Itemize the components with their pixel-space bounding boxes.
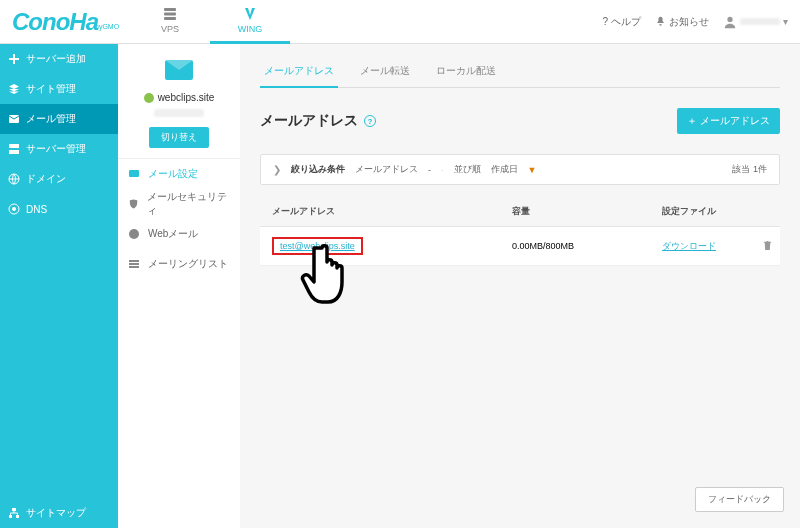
- subnav-label: メールセキュリティ: [147, 190, 230, 218]
- sidebar-label: ドメイン: [26, 172, 66, 186]
- main-content: メールアドレス メール転送 ローカル配送 メールアドレス ? ＋ メールアドレス…: [240, 44, 800, 528]
- page-title-text: メールアドレス: [260, 112, 358, 130]
- svg-rect-5: [9, 144, 19, 148]
- sidebar-item-domain[interactable]: ドメイン: [0, 164, 118, 194]
- chevron-down-icon: ▾: [783, 16, 788, 27]
- globe-icon: [8, 173, 20, 185]
- svg-rect-1: [164, 13, 176, 16]
- user-blur: [740, 18, 780, 25]
- sidebar-label: サイト管理: [26, 82, 76, 96]
- tab-mail-address[interactable]: メールアドレス: [260, 56, 338, 88]
- feedback-button[interactable]: フィードバック: [695, 487, 784, 512]
- wing-icon: [242, 6, 258, 22]
- sidebar-item-dns[interactable]: DNS: [0, 194, 118, 224]
- tab-local-delivery[interactable]: ローカル配送: [432, 56, 500, 87]
- table-row: test@webclips.site 0.00MB/800MB ダウンロード: [260, 227, 780, 266]
- add-mail-address-button[interactable]: ＋ メールアドレス: [677, 108, 780, 134]
- help-link[interactable]: ? ヘルプ: [602, 15, 641, 29]
- download-link[interactable]: ダウンロード: [662, 241, 716, 251]
- svg-point-9: [12, 207, 16, 211]
- tab-label: WING: [238, 24, 263, 34]
- list-icon: [128, 258, 140, 270]
- user-menu[interactable]: ▾: [723, 15, 788, 29]
- col-capacity: 容量: [512, 205, 662, 218]
- svg-rect-17: [129, 266, 139, 268]
- result-count: 該当 1件: [732, 163, 767, 176]
- tab-label: VPS: [161, 24, 179, 34]
- subnav-webmail[interactable]: Webメール: [118, 219, 240, 249]
- svg-point-14: [129, 229, 139, 239]
- subnav-mail-settings[interactable]: メール設定: [118, 159, 240, 189]
- sidebar-label: サーバー管理: [26, 142, 86, 156]
- sidebar-item-add-server[interactable]: サーバー追加: [0, 44, 118, 74]
- logo[interactable]: ConoHa byGMO: [0, 0, 118, 44]
- tab-wing[interactable]: WING: [210, 0, 290, 44]
- subnav-label: Webメール: [148, 227, 198, 241]
- sort-direction-icon[interactable]: ▼: [528, 165, 537, 175]
- question-icon: ?: [602, 16, 608, 27]
- content-tabs: メールアドレス メール転送 ローカル配送: [260, 56, 780, 88]
- notice-link[interactable]: お知らせ: [655, 15, 709, 29]
- sidebar-item-site[interactable]: サイト管理: [0, 74, 118, 104]
- tab-vps[interactable]: VPS: [130, 0, 210, 44]
- subnav-mailing-list[interactable]: メーリングリスト: [118, 249, 240, 279]
- header-right: ? ヘルプ お知らせ ▾: [602, 15, 788, 29]
- site-name-text: webclips.site: [158, 92, 215, 103]
- svg-rect-11: [9, 515, 12, 518]
- sidebar-label: メール管理: [26, 112, 76, 126]
- sidebar-label: サーバー追加: [26, 52, 86, 66]
- filter-bar[interactable]: ❯ 絞り込み条件 メールアドレス - · 並び順 作成日 ▼ 該当 1件: [260, 154, 780, 185]
- server-stack-icon: [162, 6, 178, 22]
- filter-sort-value: 作成日: [491, 163, 518, 176]
- top-header: ConoHa byGMO VPS WING ? ヘルプ お知らせ ▾: [0, 0, 800, 44]
- svg-rect-6: [9, 150, 19, 154]
- chevron-right-icon: ❯: [273, 164, 281, 175]
- status-dot-icon: [144, 93, 154, 103]
- svg-rect-15: [129, 260, 139, 262]
- sidebar-item-sitemap[interactable]: サイトマップ: [0, 498, 118, 528]
- filter-title: 絞り込み条件: [291, 163, 345, 176]
- shield-icon: [128, 198, 139, 210]
- sidebar-item-server[interactable]: サーバー管理: [0, 134, 118, 164]
- mail-address-link[interactable]: test@webclips.site: [280, 241, 355, 251]
- product-tabs: VPS WING: [130, 0, 290, 44]
- logo-text: ConoHa: [12, 8, 98, 36]
- page-title-row: メールアドレス ? ＋ メールアドレス: [260, 108, 780, 134]
- svg-rect-10: [12, 508, 16, 511]
- table-header: メールアドレス 容量 設定ファイル: [260, 197, 780, 227]
- separator: ·: [441, 165, 444, 175]
- svg-rect-0: [164, 8, 176, 11]
- site-name: webclips.site: [126, 92, 232, 103]
- svg-rect-13: [129, 170, 139, 177]
- svg-rect-12: [16, 515, 19, 518]
- filter-field-label: メールアドレス: [355, 163, 418, 176]
- tab-mail-forward[interactable]: メール転送: [356, 56, 414, 87]
- subnav-label: メーリングリスト: [148, 257, 228, 271]
- sitemap-icon: [8, 507, 20, 519]
- mail-icon: [8, 113, 20, 125]
- server-icon: [8, 143, 20, 155]
- bell-icon: [655, 16, 666, 27]
- sidebar-label: DNS: [26, 204, 47, 215]
- subnav-mail-security[interactable]: メールセキュリティ: [118, 189, 240, 219]
- site-selector-panel: webclips.site 切り替え: [118, 44, 240, 159]
- layers-icon: [8, 83, 20, 95]
- sub-sidebar: webclips.site 切り替え メール設定 メールセキュリティ Webメー…: [118, 44, 240, 528]
- svg-rect-2: [164, 17, 176, 20]
- capacity-value: 0.00MB/800MB: [512, 241, 662, 251]
- col-address: メールアドレス: [272, 205, 512, 218]
- dns-icon: [8, 203, 20, 215]
- mail-large-icon: [165, 60, 193, 80]
- sidebar-item-mail[interactable]: メール管理: [0, 104, 118, 134]
- site-sub-blur: [154, 109, 204, 117]
- col-file: 設定ファイル: [662, 205, 762, 218]
- plus-icon: [8, 53, 20, 65]
- trash-icon[interactable]: [762, 240, 773, 251]
- help-icon[interactable]: ?: [364, 115, 376, 127]
- logo-subtext: byGMO: [95, 23, 119, 30]
- svg-point-3: [727, 16, 732, 21]
- switch-site-button[interactable]: 切り替え: [149, 127, 209, 148]
- notice-label: お知らせ: [669, 15, 709, 29]
- main-sidebar: サーバー追加 サイト管理 メール管理 サーバー管理 ドメイン DNS サイトマッ…: [0, 44, 118, 528]
- sidebar-label: サイトマップ: [26, 506, 86, 520]
